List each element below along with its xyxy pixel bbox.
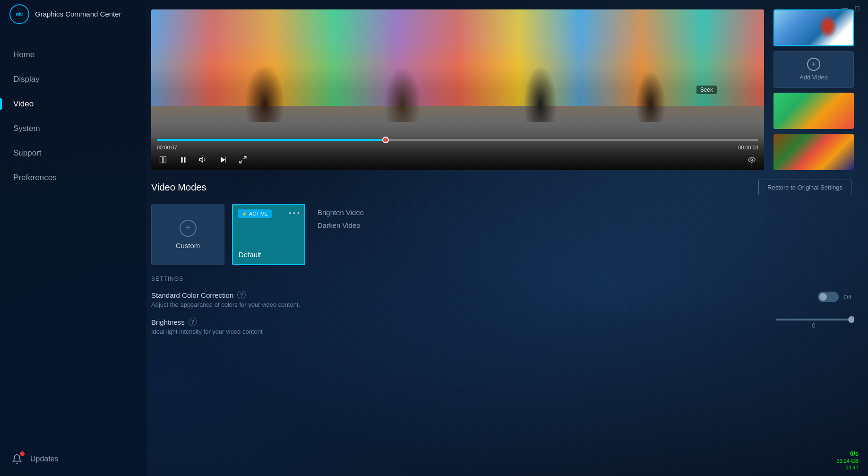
modes-header: Video Modes Restore to Original Settings xyxy=(151,180,851,195)
brightness-slider[interactable] xyxy=(776,319,851,320)
mode-card-custom[interactable]: + Custom xyxy=(151,204,224,265)
sidebar-item-support[interactable]: Support xyxy=(0,141,146,165)
total-time: 00:00:03 xyxy=(738,145,758,150)
intel-logo: intel xyxy=(9,4,29,24)
modes-row: + Custom ⚡ ACTIVE • • • Default Brighten… xyxy=(151,204,851,265)
thumbnail-snowboard[interactable] xyxy=(773,9,854,46)
eye-button[interactable] xyxy=(745,153,758,166)
svg-rect-0 xyxy=(160,156,163,163)
progress-bar[interactable] xyxy=(157,139,758,141)
settings-label: SETTINGS xyxy=(151,276,851,282)
brightness-name: Brightness ? xyxy=(151,318,776,326)
brighten-video-option[interactable]: Brighten Video xyxy=(318,208,364,216)
video-bg: Seek 00:00:07 00:00:03 xyxy=(151,9,764,170)
sidebar: intel Graphics Command Center Home Displ… xyxy=(0,0,146,476)
darken-video-option[interactable]: Darken Video xyxy=(318,221,364,229)
active-badge: ⚡ ACTIVE xyxy=(238,209,272,218)
svg-marker-4 xyxy=(200,157,203,163)
lightning-icon: ⚡ xyxy=(241,211,247,216)
volume-button[interactable] xyxy=(197,153,210,166)
default-label: Default xyxy=(239,251,261,259)
pause-button[interactable] xyxy=(177,153,190,166)
thumbnails-col: + Add Video xyxy=(773,9,854,170)
video-controls: 00:00:07 00:00:03 xyxy=(151,135,764,170)
color-correction-toggle[interactable] xyxy=(818,292,839,302)
mode-card-default[interactable]: ⚡ ACTIVE • • • Default xyxy=(232,204,305,265)
add-video-plus-icon: + xyxy=(807,58,820,71)
brightness-control: 0 xyxy=(776,318,851,329)
progress-fill xyxy=(157,139,386,141)
thumbnail-market[interactable] xyxy=(773,134,854,170)
custom-add-icon: + xyxy=(180,220,197,237)
updates-label: Updates xyxy=(30,455,59,463)
network-stat1: 33.24 GB xyxy=(837,458,859,464)
settings-section: SETTINGS Standard Color Correction ? Adj… xyxy=(151,276,851,335)
brightness-thumb[interactable] xyxy=(848,316,854,323)
sidebar-bottom: Updates xyxy=(0,442,146,476)
color-correction-info: Standard Color Correction ? Adjust the a… xyxy=(151,291,818,308)
window-controls: — □ xyxy=(842,5,860,11)
controls-row xyxy=(157,153,758,166)
frame-step-button[interactable] xyxy=(157,153,170,166)
notification-bell[interactable] xyxy=(9,451,25,467)
fullscreen-button[interactable] xyxy=(236,153,249,166)
network-stat2: 53:47 xyxy=(845,465,859,470)
maximize-button[interactable]: □ xyxy=(854,5,860,11)
svg-line-7 xyxy=(244,156,246,159)
restore-button[interactable]: Restore to Original Settings xyxy=(758,180,851,195)
brightness-value: 0 xyxy=(812,322,816,329)
brightness-info: Brightness ? Ideal light intensity for y… xyxy=(151,318,776,335)
thumbnail-group[interactable] xyxy=(773,93,854,129)
color-correction-help[interactable]: ? xyxy=(237,291,246,299)
sidebar-nav: Home Display Video System Support Prefer… xyxy=(0,28,146,442)
svg-rect-1 xyxy=(163,156,166,163)
add-video-button[interactable]: + Add Video xyxy=(773,51,854,88)
brightness-row: Brightness ? Ideal light intensity for y… xyxy=(151,318,851,335)
sidebar-item-preferences[interactable]: Preferences xyxy=(0,165,146,190)
brightness-help[interactable]: ? xyxy=(189,318,197,326)
color-correction-control: Off xyxy=(818,291,851,302)
toggle-knob xyxy=(819,293,827,301)
color-correction-row: Standard Color Correction ? Adjust the a… xyxy=(151,291,851,308)
brightness-fill xyxy=(776,319,848,320)
seek-label: Seek xyxy=(696,86,717,94)
brightness-slider-row: 0 xyxy=(776,319,851,329)
svg-marker-5 xyxy=(221,157,225,163)
current-time: 00:00:07 xyxy=(157,145,177,150)
video-overlay: Seek 00:00:07 00:00:03 xyxy=(151,9,764,170)
sidebar-item-system[interactable]: System xyxy=(0,116,146,141)
other-modes: Brighten Video Darken Video xyxy=(318,208,364,229)
network-speed: 0/s xyxy=(850,450,859,457)
sidebar-item-video[interactable]: Video xyxy=(0,92,146,116)
status-bar: 0/s 33.24 GB 53:47 xyxy=(837,450,859,470)
video-player[interactable]: Seek 00:00:07 00:00:03 xyxy=(151,9,764,170)
svg-rect-2 xyxy=(181,157,183,163)
app-title: Graphics Command Center xyxy=(35,10,121,18)
forward-button[interactable] xyxy=(216,153,230,166)
time-row: 00:00:07 00:00:03 xyxy=(157,145,758,150)
notification-dot xyxy=(20,451,25,456)
progress-thumb[interactable] xyxy=(382,137,389,143)
custom-label: Custom xyxy=(176,242,200,250)
color-correction-desc: Adjust the appearance of colors for your… xyxy=(151,301,818,308)
modes-title: Video Modes xyxy=(151,182,206,193)
mode-menu-button[interactable]: • • • xyxy=(289,209,300,217)
add-video-label: Add Video xyxy=(799,74,828,81)
app-header: intel Graphics Command Center xyxy=(0,0,146,28)
svg-point-9 xyxy=(751,159,753,161)
sidebar-item-home[interactable]: Home xyxy=(0,43,146,67)
main-content: Seek 00:00:07 00:00:03 xyxy=(146,0,868,476)
svg-line-8 xyxy=(240,161,242,163)
top-area: Seek 00:00:07 00:00:03 xyxy=(151,9,854,170)
video-modes-section: Video Modes Restore to Original Settings… xyxy=(151,180,854,467)
toggle-off-label: Off xyxy=(843,294,851,301)
brightness-desc: Ideal light intensity for your video con… xyxy=(151,328,776,335)
sidebar-item-display[interactable]: Display xyxy=(0,67,146,92)
color-correction-name: Standard Color Correction ? xyxy=(151,291,818,299)
minimize-button[interactable]: — xyxy=(842,5,848,11)
svg-rect-3 xyxy=(184,157,186,163)
